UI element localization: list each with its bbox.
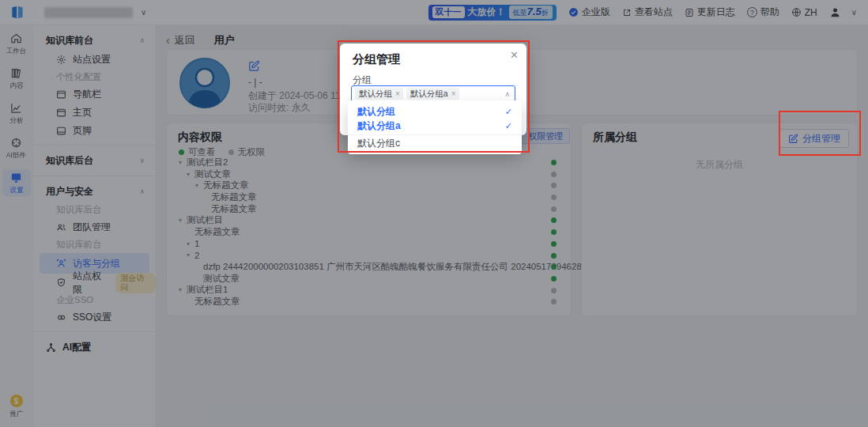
app-root: ∨ 双十一 大放价！ 低至 7.5 折 企业版 [0, 0, 868, 427]
close-icon[interactable]: × [511, 49, 518, 62]
dropdown-option[interactable]: 默认分组c ✓ [348, 134, 522, 152]
option-label: 默认分组 [357, 105, 395, 119]
remove-tag-icon[interactable]: × [451, 89, 456, 99]
dropdown-option[interactable]: 默认分组 ✓ [348, 104, 522, 119]
group-tag: 默认分组 × [355, 88, 403, 100]
group-tag-label: 默认分组a [410, 89, 448, 99]
dropdown-option[interactable]: 默认分组a ✓ [348, 119, 522, 133]
check-icon: ✓ [505, 107, 512, 117]
group-multiselect-input[interactable]: 默认分组 × 默认分组a × ∧ [351, 85, 515, 102]
option-label: 默认分组a [357, 119, 401, 133]
check-icon: ✓ [505, 121, 512, 131]
group-tag-label: 默认分组 [359, 89, 392, 99]
remove-tag-icon[interactable]: × [395, 89, 400, 99]
group-options-dropdown: 默认分组 ✓ 默认分组a ✓ 默认分组c ✓ [348, 100, 522, 154]
collapse-chevron-up-icon[interactable]: ∧ [504, 90, 510, 98]
modal-title: 分组管理 [353, 52, 400, 67]
option-label: 默认分组c [357, 137, 400, 150]
group-tag: 默认分组a × [406, 88, 459, 100]
